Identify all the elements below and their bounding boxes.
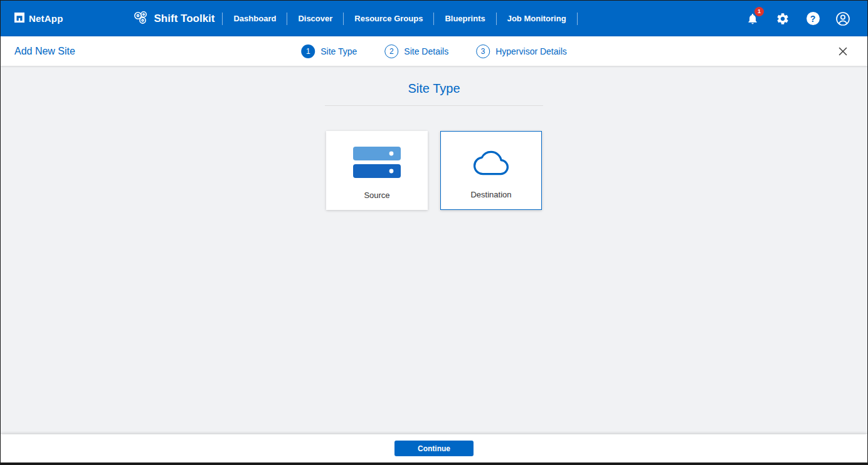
page-title: Add New Site xyxy=(14,46,75,57)
source-card-label: Source xyxy=(364,191,389,210)
main-nav: Dashboard Discover Resource Groups Bluep… xyxy=(222,1,577,36)
help-icon[interactable]: ? xyxy=(805,11,821,27)
server-stack-icon xyxy=(353,131,401,191)
close-icon[interactable] xyxy=(836,44,850,58)
continue-button[interactable]: Continue xyxy=(394,441,474,456)
cloud-icon xyxy=(473,132,509,190)
step-number: 3 xyxy=(476,44,490,58)
section-divider xyxy=(325,105,543,106)
nav-item-discover[interactable]: Discover xyxy=(287,14,343,23)
destination-card[interactable]: Destination xyxy=(440,131,542,210)
destination-card-label: Destination xyxy=(470,190,511,209)
step-site-type[interactable]: 1 Site Type xyxy=(301,44,357,58)
notifications-bell-icon[interactable]: 1 xyxy=(744,11,761,27)
netapp-logo-icon xyxy=(14,13,24,25)
section-title: Site Type xyxy=(408,81,460,96)
wizard-stepper: 1 Site Type 2 Site Details 3 Hypervisor … xyxy=(301,44,567,58)
app-title-wrap: Shift Toolkit xyxy=(132,9,215,28)
step-number: 1 xyxy=(301,44,315,58)
nav-item-job-monitoring[interactable]: Job Monitoring xyxy=(497,14,577,23)
help-glyph: ? xyxy=(807,12,820,25)
site-type-cards: Source Destination xyxy=(326,131,542,210)
user-account-icon[interactable] xyxy=(835,11,851,27)
step-label: Hypervisor Details xyxy=(495,46,567,56)
notification-badge: 1 xyxy=(754,7,764,16)
step-hypervisor-details[interactable]: 3 Hypervisor Details xyxy=(476,44,567,58)
netapp-brand[interactable]: NetApp xyxy=(14,13,63,25)
app-title: Shift Toolkit xyxy=(154,13,215,25)
footer-bar: Continue xyxy=(1,434,867,462)
nav-item-blueprints[interactable]: Blueprints xyxy=(434,14,495,23)
main-content: Site Type Source xyxy=(1,66,867,434)
brand-name: NetApp xyxy=(29,13,63,24)
nav-item-resource-groups[interactable]: Resource Groups xyxy=(344,14,433,23)
step-label: Site Details xyxy=(404,46,448,56)
source-card[interactable]: Source xyxy=(326,131,428,210)
app-window: NetApp Shift Toolkit Dashboard Discover xyxy=(0,0,868,465)
step-site-details[interactable]: 2 Site Details xyxy=(384,44,448,58)
top-header: NetApp Shift Toolkit Dashboard Discover xyxy=(1,1,867,36)
header-actions: 1 ? xyxy=(744,11,851,27)
shift-toolkit-logo-icon xyxy=(132,9,149,28)
step-number: 2 xyxy=(384,44,398,58)
nav-item-dashboard[interactable]: Dashboard xyxy=(223,14,287,23)
settings-gear-icon[interactable] xyxy=(775,11,791,27)
step-label: Site Type xyxy=(320,46,357,56)
wizard-bar: Add New Site 1 Site Type 2 Site Details … xyxy=(1,36,867,66)
nav-divider xyxy=(577,13,578,25)
